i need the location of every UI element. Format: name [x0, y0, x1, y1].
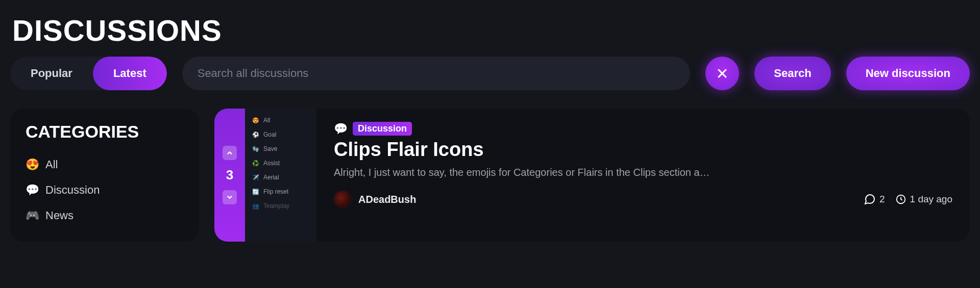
controls-row: Popular Latest Search New discussion: [10, 57, 970, 90]
author[interactable]: ADeadBush: [334, 191, 416, 208]
page-title: DISCUSSIONS: [12, 13, 970, 47]
category-discussion[interactable]: 💬 Discussion: [26, 177, 184, 203]
discussion-card[interactable]: 3 😍 All ⚽ Goal 🧤 Save: [214, 109, 970, 242]
flip-icon: 🔄: [252, 189, 259, 195]
flair-row: 💬 Discussion: [334, 122, 952, 136]
gamepad-icon: 🎮: [26, 209, 39, 222]
card-meta: 2 1 day ago: [864, 193, 952, 205]
upvote-button[interactable]: [223, 146, 237, 160]
tab-popular[interactable]: Popular: [10, 57, 93, 90]
sort-toggle: Popular Latest: [10, 57, 167, 90]
mini-cat-flip-reset[interactable]: 🔄 Flip reset: [252, 188, 309, 195]
mini-cat-label: Goal: [263, 131, 276, 138]
tab-latest[interactable]: Latest: [93, 57, 167, 90]
card-footer: ADeadBush 2: [334, 191, 952, 208]
categories-title: CATEGORIES: [26, 122, 184, 142]
category-label: News: [45, 209, 74, 222]
content-row: CATEGORIES 😍 All 💬 Discussion 🎮 News: [10, 109, 970, 242]
category-label: Discussion: [45, 184, 100, 197]
mini-cat-label: Flip reset: [263, 188, 288, 195]
downvote-button[interactable]: [223, 190, 237, 204]
team-icon: 👥: [252, 203, 259, 210]
card-main: 💬 Discussion Clips Flair Icons Alright, …: [316, 109, 970, 242]
plane-icon: ✈️: [252, 174, 259, 181]
mini-cat-label: Assist: [263, 160, 280, 167]
mini-cat-save[interactable]: 🧤 Save: [252, 145, 309, 152]
mini-cat-label: Aerial: [263, 174, 279, 181]
search-input[interactable]: [182, 57, 691, 90]
category-all[interactable]: 😍 All: [26, 152, 184, 177]
timestamp: 1 day ago: [895, 194, 952, 205]
mini-cat-all[interactable]: 😍 All: [252, 117, 309, 124]
mini-cat-label: Teamplay: [263, 202, 289, 210]
categories-sidebar: CATEGORIES 😍 All 💬 Discussion 🎮 News: [10, 109, 199, 242]
avatar: [334, 191, 351, 208]
category-news[interactable]: 🎮 News: [26, 203, 184, 228]
discussion-title[interactable]: Clips Flair Icons: [334, 139, 952, 161]
vote-count: 3: [226, 167, 233, 183]
mini-categories: 😍 All ⚽ Goal 🧤 Save ♻️ Assist ✈️ Aer: [245, 109, 316, 242]
category-label: All: [45, 158, 58, 171]
speech-bubble-icon: 💬: [334, 122, 348, 136]
flair-tag[interactable]: Discussion: [353, 122, 412, 136]
new-discussion-button[interactable]: New discussion: [846, 57, 970, 90]
gloves-icon: 🧤: [252, 146, 259, 152]
close-button[interactable]: [705, 57, 739, 90]
heart-eyes-icon: 😍: [26, 158, 39, 171]
discussion-excerpt: Alright, I just want to say, the emojis …: [334, 167, 952, 178]
mini-cat-aerial[interactable]: ✈️ Aerial: [252, 174, 309, 181]
author-name: ADeadBush: [358, 194, 416, 205]
chevron-up-icon: [226, 149, 233, 156]
comments-count[interactable]: 2: [864, 193, 885, 205]
close-icon: [716, 67, 728, 80]
chevron-down-icon: [226, 194, 233, 201]
search-button[interactable]: Search: [754, 57, 830, 90]
speech-bubble-icon: 💬: [26, 184, 39, 197]
recycle-icon: ♻️: [252, 160, 259, 167]
heart-eyes-icon: 😍: [252, 117, 259, 124]
comment-icon: [864, 193, 876, 205]
clock-icon: [895, 194, 906, 205]
mini-cat-goal[interactable]: ⚽ Goal: [252, 131, 309, 138]
vote-column: 3: [214, 109, 245, 242]
mini-cat-label: All: [263, 117, 270, 124]
mini-cat-label: Save: [263, 145, 277, 152]
soccer-icon: ⚽: [252, 132, 259, 138]
mini-cat-assist[interactable]: ♻️ Assist: [252, 160, 309, 167]
mini-cat-teamplay[interactable]: 👥 Teamplay: [252, 202, 309, 210]
comments-number: 2: [879, 194, 885, 205]
time-text: 1 day ago: [910, 194, 952, 205]
